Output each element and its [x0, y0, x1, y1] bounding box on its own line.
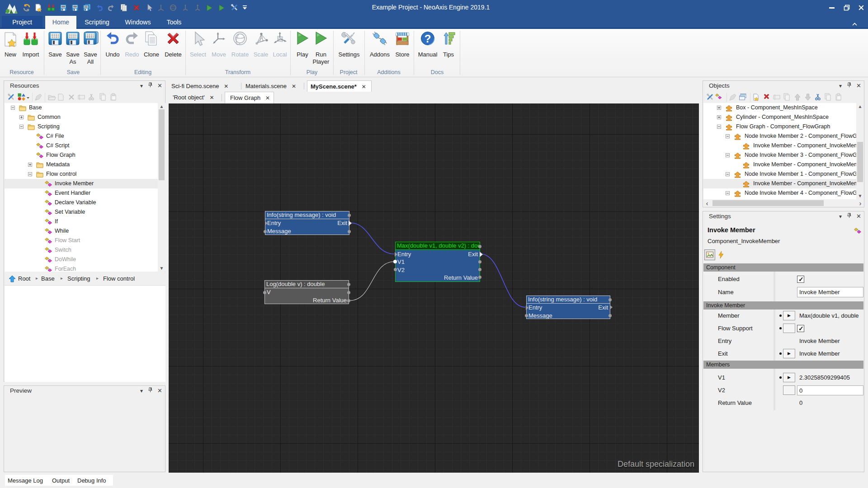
- svg-text:?: ?: [425, 33, 431, 45]
